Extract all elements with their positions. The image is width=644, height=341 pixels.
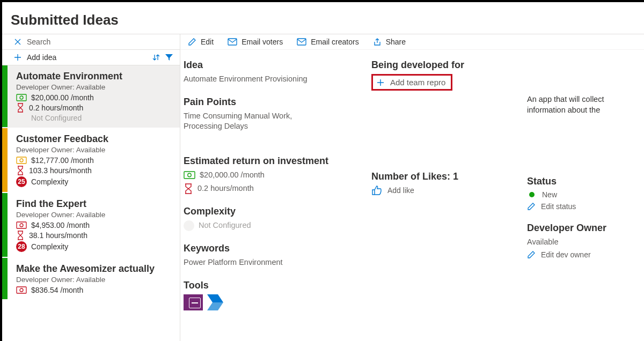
idea-complexity-row: 28 Complexity [16,241,173,252]
status-stripe [2,258,8,299]
idea-hours-row: 103.3 hours/month [16,166,173,175]
svg-rect-0 [17,94,26,101]
edit-icon [527,202,536,211]
idea-cost-row: $12,777.00 /month [16,156,173,165]
idea-complexity-row: Not Configured [16,114,173,122]
keywords-heading: Keywords [184,243,365,254]
edit-dev-owner-label: Edit dev owner [541,250,591,259]
roi-heading: Estimated return on investment [184,155,365,167]
dev-owner-heading: Developer Owner [527,223,641,234]
likes-heading: Number of Likes: 1 [371,171,521,182]
hourglass-icon [184,183,193,194]
idea-hours: 103.3 hours/month [29,166,92,175]
email-voters-button[interactable]: Email voters [228,38,283,46]
idea-cost-row: $20,000.00 /month [16,93,173,102]
edit-button[interactable]: Edit [188,38,214,46]
detail-grid: Idea Automate Environment Provisioning P… [180,50,644,341]
edit-status-button[interactable]: Edit status [527,202,641,211]
idea-owner: Developer Owner: Available [16,146,173,154]
complexity-badge: 25 [16,176,27,187]
svg-rect-10 [184,172,195,179]
edit-status-label: Edit status [541,202,576,211]
tool-icon-powerapps [184,294,203,310]
filter-icon[interactable] [165,53,173,62]
status-stripe [2,193,8,257]
complexity-value: Not Configured [199,220,251,231]
detail-col-b: Being developed for Add team repro Numbe… [368,60,524,341]
add-like-button[interactable]: Add like [371,186,521,195]
plus-icon [376,78,385,87]
idea-title: Customer Feedback [16,134,173,145]
detail-col-a: Idea Automate Environment Provisioning P… [180,60,368,341]
edit-icon [188,38,196,46]
idea-item[interactable]: Find the Expert Developer Owner: Availab… [2,193,180,258]
idea-cost: $12,777.00 /month [31,156,94,165]
tools-heading: Tools [184,280,365,291]
email-creators-button[interactable]: Email creators [297,38,358,46]
svg-point-11 [188,173,191,176]
svg-marker-13 [207,302,223,310]
tool-icon-powerautomate [207,294,226,310]
close-icon[interactable] [14,38,21,46]
add-team-button[interactable]: Add team repro [371,74,452,91]
idea-title: Make the Awesomizer actually [16,263,173,275]
pain-value: Time Consuming Manual Work, Processing D… [184,111,318,132]
sort-icon[interactable] [152,53,160,62]
svg-rect-6 [17,287,26,293]
right-pane: Edit Email voters Email creators Share [180,34,644,341]
idea-title: Automate Environment [16,71,173,82]
pain-heading: Pain Points [184,97,365,108]
dev-owner-value: Available [527,237,641,248]
edit-label: Edit [201,38,214,46]
share-icon [373,38,382,46]
idea-complexity: Complexity [31,242,68,251]
mail-icon [228,38,237,46]
idea-owner: Developer Owner: Available [16,83,173,91]
idea-item[interactable]: Customer Feedback Developer Owner: Avail… [2,128,180,193]
idea-cost: $4,953.00 /month [31,221,90,229]
edit-dev-owner-button[interactable]: Edit dev owner [527,250,641,259]
money-icon [16,286,27,294]
roi-cost-row: $20,000.00 /month [184,170,365,181]
idea-complexity: Complexity [31,177,68,186]
svg-point-5 [20,224,23,227]
idea-heading: Idea [184,60,365,71]
idea-value: Automate Environment Provisioning [184,74,365,85]
status-heading: Status [527,176,641,187]
idea-item[interactable]: Automate Environment Developer Owner: Av… [2,65,180,128]
page-title: Submitted Ideas [2,2,644,34]
idea-hours: 38.1 hours/month [29,231,87,240]
detail-toolbar: Edit Email voters Email creators Share [180,34,644,50]
svg-point-3 [20,159,23,162]
plus-icon [14,54,21,61]
status-dot-icon [529,192,535,197]
idea-cost-row: $4,953.00 /month [16,221,173,229]
svg-rect-9 [297,39,306,45]
left-pane: Search Add idea [2,34,180,341]
svg-point-1 [20,96,23,99]
svg-rect-2 [17,157,26,164]
share-button[interactable]: Share [373,38,406,46]
complexity-icon [184,220,194,231]
add-team-label: Add team repro [390,78,445,87]
tools-row [184,294,365,310]
money-icon [16,221,27,229]
idea-item[interactable]: Make the Awesomizer actually Developer O… [2,258,180,300]
idea-cost: $20,000.00 /month [31,93,94,102]
idea-hours-row: 0.2 hours/month [16,103,173,113]
complexity-heading: Complexity [184,206,365,217]
idea-list: Automate Environment Developer Owner: Av… [2,65,180,341]
thumbs-up-icon [371,186,382,195]
hourglass-icon [16,166,25,175]
status-stripe [2,128,8,192]
status-stripe [2,65,8,127]
search-row[interactable]: Search [2,34,180,50]
money-icon [16,157,27,164]
roi-hours-row: 0.2 hours/month [184,183,365,194]
email-voters-label: Email voters [241,38,283,46]
developed-heading: Being developed for [371,60,521,71]
add-idea-row[interactable]: Add idea [2,50,180,65]
share-label: Share [386,38,406,46]
idea-hours: 0.2 hours/month [29,103,83,112]
roi-cost: $20,000.00 /month [200,170,265,181]
